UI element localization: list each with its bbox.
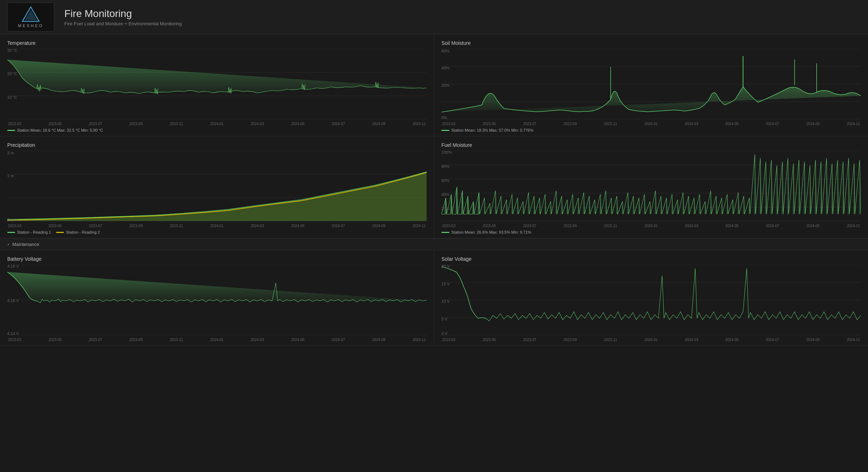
battery-voltage-x-labels: 2023-03 2023-05 2023-07 2023-09 2023-11 … [7, 338, 427, 342]
soil-moisture-chart-area: 60% 40% 20% 0% 2023-03 2023-05 2023-07 2… [441, 49, 861, 126]
svg-text:15 V: 15 V [441, 282, 450, 286]
header-titles: Fire Monitoring Fire Fuel Load and Moist… [64, 8, 182, 27]
fuel-moisture-legend: Station Mean: 26.6% Max: 93.5% Min: 9.71… [441, 230, 861, 234]
precipitation-title: Precipitation [7, 142, 427, 148]
svg-text:0 mm: 0 mm [7, 217, 17, 221]
app-header: MESHED Fire Monitoring Fire Fuel Load an… [0, 0, 868, 34]
temperature-chart-area: 30 °C 20 °C 10 °C 2023-03 2023-05 2023-0… [7, 49, 427, 126]
temperature-title: Temperature [7, 40, 427, 46]
precip-legend-line-2 [56, 232, 64, 233]
svg-text:4.14 V: 4.14 V [7, 331, 19, 335]
fuel-moisture-panel: Fuel Moisture [434, 136, 868, 238]
battery-voltage-title: Battery Voltage [7, 256, 427, 262]
solar-voltage-chart-area: 20 V 15 V 10 V 5 V 0 V 2023-03 2023-05 2… [441, 265, 861, 342]
svg-text:0%: 0% [441, 115, 447, 119]
solar-voltage-panel: Solar Voltage [434, 250, 868, 345]
precip-legend-line-1 [7, 232, 15, 233]
svg-text:10 V: 10 V [441, 299, 450, 303]
fuel-moisture-title: Fuel Moisture [441, 142, 861, 148]
battery-voltage-chart-area: 4.18 V 4.16 V 4.14 V 2023-03 2023-05 202… [7, 265, 427, 342]
maintenance-chevron: ✓ [7, 242, 10, 246]
soil-moisture-legend-line [441, 130, 449, 131]
temperature-legend: Station Mean: 18.6 °C Max: 32.5 °C Min: … [7, 128, 427, 132]
svg-text:20 °C: 20 °C [7, 72, 17, 76]
soil-moisture-panel: Soil Moisture [434, 34, 868, 136]
solar-voltage-x-labels: 2023-03 2023-05 2023-07 2023-09 2023-11 … [441, 338, 861, 342]
app-subtitle: Fire Fuel Load and Moisture + Environmen… [64, 21, 182, 26]
svg-text:20%: 20% [441, 83, 450, 88]
temperature-x-labels: 2023-03 2023-05 2023-07 2023-09 2023-11 … [7, 122, 427, 126]
precip-legend-label-2: Station - Reading 2 [66, 230, 100, 234]
battery-voltage-panel: Battery Voltage [0, 250, 434, 345]
fuel-moisture-legend-text: Station Mean: 26.6% Max: 93.5% Min: 9.71… [451, 230, 531, 234]
svg-text:4.16 V: 4.16 V [7, 298, 19, 303]
precip-legend-label-1: Station - Reading 1 [17, 230, 51, 234]
soil-moisture-legend: Station Mean: 18.3% Max: 57.0% Min: 0.77… [441, 128, 861, 132]
solar-voltage-svg: 20 V 15 V 10 V 5 V 0 V [441, 265, 861, 335]
svg-text:1 m: 1 m [7, 174, 14, 178]
precipitation-x-labels: 2023-03 2023-05 2023-07 2023-09 2023-11 … [7, 224, 427, 228]
precipitation-panel: Precipitation [0, 136, 434, 238]
svg-text:10 °C: 10 °C [7, 95, 17, 99]
main-content: Temperature [0, 34, 868, 346]
svg-text:4.18 V: 4.18 V [7, 265, 19, 268]
svg-text:40%: 40% [441, 66, 450, 70]
maintenance-section-header[interactable]: ✓ Maintenance [0, 238, 868, 250]
svg-text:0 V: 0 V [441, 331, 448, 335]
svg-text:2 m: 2 m [7, 151, 14, 155]
svg-text:20 V: 20 V [441, 265, 450, 268]
app-title: Fire Monitoring [64, 8, 182, 20]
svg-text:5 V: 5 V [441, 317, 448, 321]
svg-text:60%: 60% [441, 178, 450, 183]
temperature-panel: Temperature [0, 34, 434, 136]
temperature-legend-line [7, 130, 15, 131]
svg-text:40%: 40% [441, 192, 450, 197]
soil-moisture-x-labels: 2023-03 2023-05 2023-07 2023-09 2023-11 … [441, 122, 861, 126]
precipitation-chart-area: 2 m 1 m 0 mm 2023-03 2023-05 2023-07 202… [7, 151, 427, 228]
fuel-moisture-legend-line [441, 232, 449, 233]
maintenance-label: Maintenance [12, 242, 39, 247]
fuel-moisture-svg: 100% 80% 60% 40% 20% [441, 151, 861, 221]
fuel-moisture-chart-area: 100% 80% 60% 40% 20% 2023-03 2023-05 202… [441, 151, 861, 228]
logo-box: MESHED [7, 3, 54, 31]
logo-icon [21, 6, 41, 22]
chart-row-3: Battery Voltage [0, 250, 868, 346]
precipitation-legend: Station - Reading 1 Station - Reading 2 [7, 230, 427, 234]
svg-text:20%: 20% [441, 207, 450, 211]
soil-moisture-title: Soil Moisture [441, 40, 861, 46]
svg-text:60%: 60% [441, 49, 450, 53]
temperature-legend-text: Station Mean: 18.6 °C Max: 32.5 °C Min: … [17, 128, 103, 132]
chart-row-2: Precipitation [0, 136, 868, 238]
solar-voltage-title: Solar Voltage [441, 256, 861, 262]
svg-text:30 °C: 30 °C [7, 49, 17, 52]
svg-text:100%: 100% [441, 151, 452, 154]
temperature-svg: 30 °C 20 °C 10 °C [7, 49, 427, 119]
battery-voltage-svg: 4.18 V 4.16 V 4.14 V [7, 265, 427, 335]
svg-text:80%: 80% [441, 164, 450, 169]
logo-text: MESHED [18, 24, 43, 28]
fuel-moisture-x-labels: 2023-03 2023-05 2023-07 2023-09 2023-11 … [441, 224, 861, 228]
chart-row-1: Temperature [0, 34, 868, 136]
soil-moisture-svg: 60% 40% 20% 0% [441, 49, 861, 119]
soil-moisture-legend-text: Station Mean: 18.3% Max: 57.0% Min: 0.77… [451, 128, 533, 132]
precipitation-svg: 2 m 1 m 0 mm [7, 151, 427, 221]
